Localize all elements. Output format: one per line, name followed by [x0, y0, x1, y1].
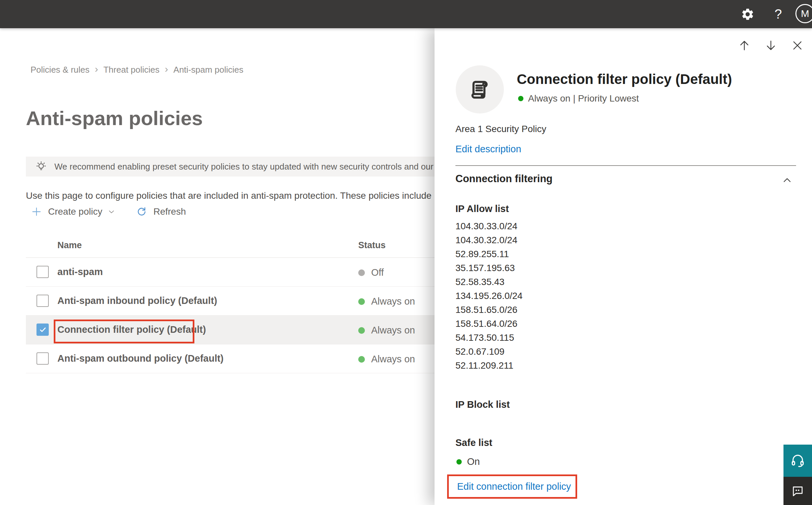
page-description: Use this page to configure policies that…: [26, 190, 434, 201]
arrow-up-icon: [738, 39, 751, 52]
scroll-icon: [467, 76, 493, 103]
ip-entry: 52.11.209.211: [455, 359, 523, 373]
breadcrumb-threat-policies[interactable]: Threat policies: [104, 65, 160, 75]
check-icon: [38, 326, 47, 334]
status-dot-on: [358, 327, 365, 334]
table-row[interactable]: Anti-spam outbound policy (Default) Alwa…: [26, 344, 434, 373]
breadcrumb-separator-icon: ›: [165, 63, 168, 75]
ip-entry: 52.89.255.11: [455, 247, 523, 261]
previous-item-button[interactable]: [737, 38, 752, 53]
ip-entry: 104.30.32.0/24: [455, 233, 523, 247]
plus-icon: [31, 206, 42, 217]
policy-name[interactable]: anti-spam: [57, 267, 103, 278]
refresh-label: Refresh: [153, 206, 186, 217]
column-header-name[interactable]: Name: [57, 240, 82, 250]
status-dot-off: [358, 270, 365, 276]
support-button[interactable]: [784, 445, 812, 477]
status-badge: Always on: [358, 325, 415, 336]
banner-text: We recommend enabling preset security po…: [54, 162, 472, 172]
app-top-bar: ? M: [0, 0, 812, 28]
ip-block-list-heading: IP Block list: [455, 399, 510, 410]
ip-entry: 52.0.67.109: [455, 345, 523, 359]
row-checkbox[interactable]: [36, 295, 49, 307]
policy-description: Area 1 Security Policy: [455, 124, 546, 134]
settings-button[interactable]: [738, 0, 757, 28]
row-checkbox[interactable]: [36, 266, 49, 278]
chevron-down-icon: [108, 208, 116, 216]
policy-details-panel: Connection filter policy (Default) Alway…: [434, 28, 812, 505]
safe-list-heading: Safe list: [455, 437, 492, 448]
breadcrumb-anti-spam-policies[interactable]: Anti-spam policies: [174, 65, 243, 75]
next-item-button[interactable]: [764, 38, 778, 53]
safe-list-status: On: [456, 456, 480, 467]
command-bar: Create policy Refresh: [31, 202, 186, 222]
create-policy-button[interactable]: Create policy: [31, 206, 116, 217]
ip-entry: 158.51.64.0/26: [455, 317, 523, 331]
panel-navigation: [737, 38, 805, 53]
row-checkbox[interactable]: [36, 352, 49, 365]
status-badge: Always on: [358, 354, 415, 365]
section-connection-filtering: Connection filtering: [455, 173, 553, 185]
create-policy-label: Create policy: [48, 206, 102, 217]
column-header-status[interactable]: Status: [358, 240, 386, 250]
status-badge: Always on: [358, 296, 415, 307]
ip-entry: 158.51.65.0/26: [455, 303, 523, 317]
status-badge: Off: [358, 267, 384, 278]
ip-entry: 35.157.195.63: [455, 261, 523, 275]
lightbulb-icon: [34, 160, 48, 173]
table-header: Name Status: [26, 234, 434, 258]
help-icon: ?: [775, 7, 782, 22]
feedback-button[interactable]: [784, 477, 812, 505]
help-button[interactable]: ?: [769, 0, 787, 28]
panel-title: Connection filter policy (Default): [517, 71, 795, 87]
panel-status: Always on | Priority Lowest: [518, 93, 639, 104]
headset-icon: [790, 453, 805, 469]
refresh-button[interactable]: Refresh: [136, 206, 186, 217]
edit-connection-filter-policy-link[interactable]: Edit connection filter policy: [457, 481, 571, 492]
policy-name[interactable]: Connection filter policy (Default): [57, 324, 206, 335]
status-dot-on: [456, 459, 462, 465]
red-annotation-box: Edit connection filter policy: [447, 475, 577, 499]
table-row-selected[interactable]: Connection filter policy (Default) Alway…: [26, 316, 434, 344]
breadcrumb: Policies & rules › Threat policies › Ant…: [30, 64, 243, 75]
ip-entry: 54.173.50.115: [455, 331, 523, 345]
close-icon: [791, 39, 804, 52]
ip-entry: 134.195.26.0/24: [455, 289, 523, 303]
refresh-icon: [136, 206, 147, 217]
close-panel-button[interactable]: [790, 38, 805, 53]
policy-name[interactable]: Anti-spam inbound policy (Default): [57, 295, 217, 306]
ip-allow-list: 104.30.33.0/24 104.30.32.0/24 52.89.255.…: [455, 219, 523, 373]
feedback-icon: [791, 484, 805, 498]
ip-entry: 104.30.33.0/24: [455, 219, 523, 233]
arrow-down-icon: [764, 39, 778, 52]
policy-name[interactable]: Anti-spam outbound policy (Default): [57, 353, 224, 364]
status-dot-on: [358, 356, 365, 363]
avatar-initial: M: [801, 8, 809, 19]
page-title: Anti-spam policies: [26, 107, 203, 130]
ip-entry: 52.58.35.43: [455, 275, 523, 289]
divider: [455, 165, 796, 166]
policy-type-avatar: [456, 65, 504, 114]
row-checkbox-checked[interactable]: [36, 324, 49, 336]
account-avatar[interactable]: M: [795, 4, 812, 23]
policy-table: Name Status anti-spam Off Anti-spam inbo…: [26, 234, 434, 373]
table-row[interactable]: anti-spam Off: [26, 258, 434, 287]
breadcrumb-separator-icon: ›: [95, 63, 98, 75]
table-row[interactable]: Anti-spam inbound policy (Default) Alway…: [26, 287, 434, 316]
chevron-up-icon[interactable]: [782, 175, 793, 186]
gear-icon: [741, 7, 755, 21]
status-dot-on: [358, 298, 365, 305]
ip-allow-list-heading: IP Allow list: [455, 203, 509, 214]
status-dot-on: [518, 96, 524, 101]
breadcrumb-policies-rules[interactable]: Policies & rules: [30, 65, 89, 75]
edit-description-link[interactable]: Edit description: [455, 144, 521, 155]
